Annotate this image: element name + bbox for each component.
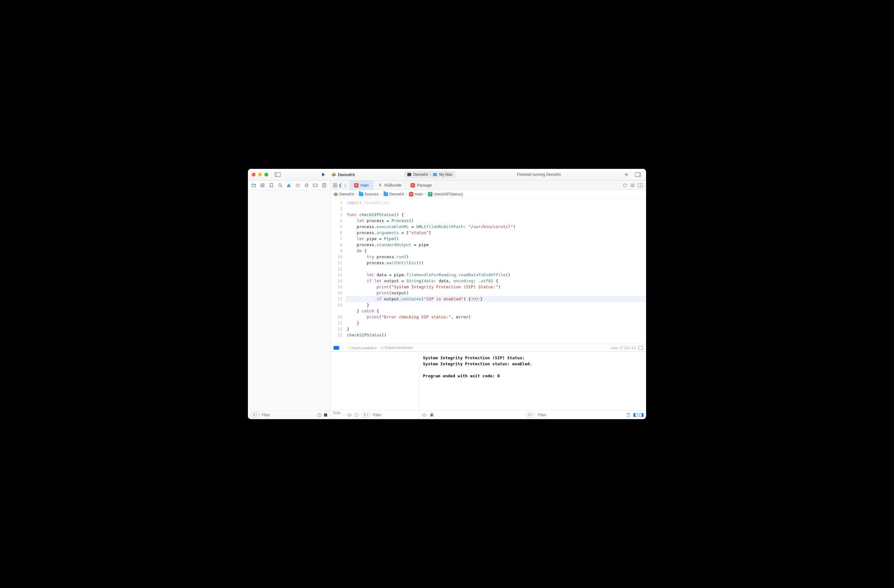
line-number[interactable]: 16	[330, 290, 342, 296]
run-button[interactable]	[319, 171, 328, 178]
source-editor[interactable]: 1234567891011121314151617181920212223 im…	[330, 198, 646, 344]
line-number[interactable]: 18	[330, 302, 342, 308]
source-control-navigator-icon[interactable]	[260, 183, 265, 188]
line-number[interactable]: 4	[330, 218, 342, 224]
minimize-window-button[interactable]	[258, 173, 262, 176]
line-number[interactable]: 17	[330, 296, 342, 302]
recent-files-icon[interactable]	[317, 413, 322, 417]
source-code-body[interactable]: import Foundation func checkSIPStatus() …	[346, 198, 646, 344]
scm-filter-icon[interactable]	[324, 413, 328, 417]
console-filter-input[interactable]	[538, 413, 624, 417]
code-line[interactable]: print("Error checking SIP status:", erro…	[346, 314, 646, 320]
line-number[interactable]: 8	[330, 242, 342, 248]
line-number[interactable]: 10	[330, 254, 342, 260]
line-number[interactable]: 7	[330, 236, 342, 242]
code-line[interactable]: import Foundation	[346, 200, 646, 206]
related-items-icon[interactable]	[333, 183, 337, 188]
code-line[interactable]: process.arguments = ["status"]	[346, 230, 646, 236]
close-window-button[interactable]	[252, 173, 255, 176]
toggle-inspectors-button[interactable]	[633, 171, 642, 178]
code-line[interactable]: checkSIPStatus()	[346, 332, 646, 338]
line-number[interactable]: 6	[330, 230, 342, 236]
code-line[interactable]	[346, 266, 646, 272]
line-number[interactable]: 5	[330, 224, 342, 230]
jumpbar-seg-demokit[interactable]: DemoKit	[384, 192, 404, 196]
line-number[interactable]: 15	[330, 284, 342, 290]
code-line[interactable]: func checkSIPStatus() {	[346, 212, 646, 218]
code-line[interactable]: if output.contains("SIP is enabled") {••…	[346, 296, 646, 302]
bookmarks-navigator-icon[interactable]	[269, 183, 274, 188]
line-number[interactable]: 1	[330, 200, 342, 206]
reports-navigator-icon[interactable]	[322, 183, 327, 188]
predictive-badge-icon[interactable]	[334, 346, 339, 350]
code-line[interactable]: let process = Process()	[346, 218, 646, 224]
line-number[interactable]: 9	[330, 248, 342, 254]
clear-console-icon[interactable]	[627, 413, 630, 417]
show-variables-pane-icon[interactable]	[633, 413, 638, 417]
code-line[interactable]: process.waitUntilExit()	[346, 260, 646, 266]
jumpbar-seg-function[interactable]: f checkSIPStatus()	[428, 192, 463, 196]
navigator-filter-input[interactable]	[261, 413, 316, 417]
debug-pane-toggle[interactable]	[633, 413, 643, 417]
jumpbar-seg-main[interactable]: main	[409, 192, 423, 196]
forward-button[interactable]: ❯	[343, 183, 347, 188]
breakpoints-navigator-icon[interactable]	[313, 183, 318, 188]
variables-view[interactable]: Auto ⌄ | ☰▾	[330, 352, 419, 419]
code-fold-ellipsis-icon[interactable]: •••	[471, 297, 480, 301]
editor-tab[interactable]: Package	[406, 181, 436, 190]
zoom-window-button[interactable]	[264, 173, 268, 176]
line-number-gutter[interactable]: 1234567891011121314151617181920212223	[330, 198, 346, 344]
project-navigator-icon[interactable]	[251, 183, 256, 188]
line-number[interactable]: 14	[330, 278, 342, 284]
code-line[interactable]: do {	[346, 248, 646, 254]
jumpbar-seg-project[interactable]: DemoKit	[334, 192, 354, 196]
variables-filter-input[interactable]	[373, 413, 420, 417]
project-label[interactable]: DemoKit	[332, 172, 355, 177]
code-line[interactable]: print("System Integrity Protection (SIP)…	[346, 284, 646, 290]
filter-scope-button[interactable]: ☰▾	[251, 413, 260, 418]
debug-navigator-icon[interactable]	[304, 183, 309, 188]
add-editor-icon[interactable]	[638, 184, 643, 187]
editor-tab[interactable]: main	[350, 181, 373, 190]
code-line[interactable]: }	[346, 302, 646, 308]
line-number[interactable]: 13	[330, 272, 342, 278]
debugger-output-toggle-icon[interactable]	[430, 413, 434, 417]
editor-tab[interactable]: hNSBundle	[373, 181, 406, 190]
find-navigator-icon[interactable]	[278, 183, 283, 188]
issues-navigator-icon[interactable]	[287, 183, 291, 188]
quicklook-icon[interactable]	[347, 413, 352, 417]
toggle-navigator-button[interactable]	[273, 171, 282, 178]
jump-bar[interactable]: DemoKit › Sources › DemoKit › main › f c…	[330, 190, 646, 198]
variables-scope-select[interactable]: Auto ⌄	[333, 411, 341, 419]
code-line[interactable]: try process.run()	[346, 254, 646, 260]
minimap-toggle-icon[interactable]	[639, 346, 643, 350]
info-icon[interactable]	[355, 413, 359, 417]
navigator-content[interactable]	[248, 190, 330, 410]
code-line[interactable]: if let output = String(data: data, encod…	[346, 278, 646, 284]
code-line[interactable]: let data = pipe.fileHandleForReading.rea…	[346, 272, 646, 278]
code-line[interactable]: } catch {	[346, 308, 646, 314]
code-line[interactable]: process.executableURL = URL(fileURLWithP…	[346, 224, 646, 230]
line-number[interactable]: 2	[330, 206, 342, 212]
line-number[interactable]: 22	[330, 326, 342, 332]
add-button[interactable]	[622, 171, 631, 178]
code-line[interactable]: process.standardOutput = pipe	[346, 242, 646, 248]
variables-filter-scope[interactable]: ☰▾	[361, 413, 370, 418]
line-number[interactable]: 23	[330, 332, 342, 338]
back-button[interactable]: ❮	[338, 183, 342, 188]
tests-navigator-icon[interactable]	[295, 183, 300, 188]
line-number[interactable]: 3	[330, 212, 342, 218]
line-number[interactable]: 20	[330, 314, 342, 320]
code-line[interactable]: }	[346, 326, 646, 332]
adjust-editor-options-icon[interactable]	[630, 184, 635, 187]
jumpbar-seg-sources[interactable]: Sources	[359, 192, 379, 196]
show-console-pane-icon[interactable]	[639, 413, 643, 417]
breakpoint-marker[interactable]: 19	[330, 308, 342, 314]
console-output-toggle-icon[interactable]	[421, 413, 427, 417]
code-line[interactable]: }	[346, 320, 646, 326]
line-number[interactable]: 12	[330, 266, 342, 272]
console-output[interactable]: System Integrity Protection (SIP) Status…	[419, 352, 646, 410]
code-line[interactable]: let pipe = Pipe()	[346, 236, 646, 242]
line-number[interactable]: 11	[330, 260, 342, 266]
line-number[interactable]: 21	[330, 320, 342, 326]
